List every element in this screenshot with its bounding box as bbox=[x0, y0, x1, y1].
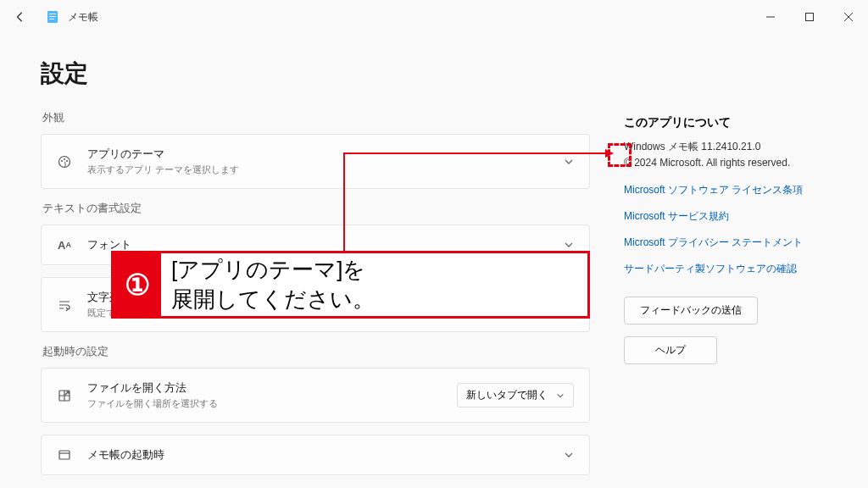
chevron-down-icon bbox=[564, 450, 574, 460]
privacy-link[interactable]: Microsoft プライバシー ステートメント bbox=[624, 236, 827, 250]
svg-point-10 bbox=[64, 158, 65, 160]
app-title: メモ帳 bbox=[68, 10, 98, 25]
annotation-arrow-vertical bbox=[343, 152, 345, 252]
chevron-down-icon bbox=[564, 240, 574, 250]
palette-icon bbox=[57, 154, 72, 169]
svg-rect-13 bbox=[59, 451, 70, 459]
minimize-button[interactable] bbox=[751, 3, 790, 30]
maximize-button[interactable] bbox=[790, 3, 829, 30]
thirdparty-link[interactable]: サードパーティ製ソフトウェアの確認 bbox=[624, 262, 827, 276]
svg-point-9 bbox=[61, 160, 63, 162]
about-product: Windows メモ帳 11.2410.21.0 bbox=[624, 139, 827, 155]
service-link[interactable]: Microsoft サービス規約 bbox=[624, 209, 827, 224]
svg-rect-2 bbox=[49, 16, 56, 17]
annotation-highlight bbox=[608, 143, 632, 167]
window-icon bbox=[57, 447, 72, 463]
arrow-left-icon bbox=[14, 11, 26, 23]
close-icon bbox=[844, 13, 853, 21]
about-copyright: © 2024 Microsoft. All rights reserved. bbox=[624, 155, 827, 171]
window-controls bbox=[751, 3, 868, 30]
annotation-text: [アプリのテーマ]を 展開してください。 bbox=[161, 253, 587, 316]
svg-rect-3 bbox=[49, 19, 54, 19]
close-button[interactable] bbox=[829, 3, 868, 30]
section-text-format: テキストの書式設定 bbox=[42, 201, 590, 216]
section-startup: 起動時の設定 bbox=[42, 344, 590, 359]
font-icon: AA bbox=[57, 237, 72, 252]
minimize-icon bbox=[766, 13, 775, 21]
annotation-number: ① bbox=[114, 253, 161, 316]
svg-point-8 bbox=[59, 156, 70, 167]
maximize-icon bbox=[805, 13, 814, 21]
page-title: 設定 bbox=[41, 58, 590, 90]
svg-rect-1 bbox=[49, 14, 56, 14]
section-appearance: 外観 bbox=[42, 110, 590, 125]
license-link[interactable]: Microsoft ソフトウェア ライセンス条項 bbox=[624, 183, 827, 197]
open-icon bbox=[57, 388, 72, 403]
svg-point-11 bbox=[66, 160, 68, 162]
help-button[interactable]: ヘルプ bbox=[624, 336, 717, 364]
chevron-down-icon bbox=[564, 157, 574, 167]
open-method-expander[interactable]: ファイルを開く方法 ファイルを開く場所を選択する 新しいタブで開く bbox=[41, 368, 590, 423]
notepad-startup-expander[interactable]: メモ帳の起動時 bbox=[41, 435, 590, 475]
open-method-value: 新しいタブで開く bbox=[466, 388, 548, 402]
theme-text: アプリのテーマ 表示するアプリ テーマを選択します bbox=[87, 147, 564, 176]
about-sidebar: このアプリについて Windows メモ帳 11.2410.21.0 © 202… bbox=[624, 34, 827, 488]
svg-rect-5 bbox=[806, 14, 814, 21]
back-button[interactable] bbox=[12, 8, 29, 25]
startup-title: メモ帳の起動時 bbox=[87, 447, 564, 463]
open-method-desc: ファイルを開く場所を選択する bbox=[87, 397, 457, 410]
wrap-icon bbox=[57, 297, 72, 313]
annotation-arrow-horizontal bbox=[343, 152, 610, 154]
feedback-button[interactable]: フィードバックの送信 bbox=[624, 297, 758, 324]
chevron-down-icon bbox=[556, 391, 565, 400]
notepad-app-icon bbox=[46, 10, 59, 24]
open-method-dropdown[interactable]: 新しいタブで開く bbox=[457, 383, 574, 408]
about-heading: このアプリについて bbox=[624, 115, 827, 130]
startup-text: メモ帳の起動時 bbox=[87, 447, 564, 463]
theme-title: アプリのテーマ bbox=[87, 147, 564, 162]
open-method-title: ファイルを開く方法 bbox=[87, 380, 457, 396]
titlebar: メモ帳 bbox=[0, 0, 868, 34]
open-method-text: ファイルを開く方法 ファイルを開く場所を選択する bbox=[87, 380, 457, 410]
annotation-callout: ① [アプリのテーマ]を 展開してください。 bbox=[111, 251, 590, 319]
app-theme-expander[interactable]: アプリのテーマ 表示するアプリ テーマを選択します bbox=[41, 134, 590, 189]
theme-desc: 表示するアプリ テーマを選択します bbox=[87, 164, 564, 176]
